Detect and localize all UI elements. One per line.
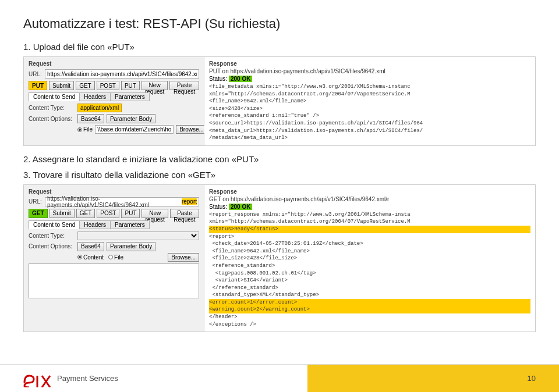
panel1-submit-btn[interactable]: Submit [49, 81, 74, 90]
panel2-content-type-select[interactable] [77, 231, 199, 240]
panel2-tab-parameters[interactable]: Parameters [110, 220, 150, 229]
panel1-status: Status: 200 OK [209, 76, 530, 82]
panel2-left: Request URL: https://validation.iso-paym… [24, 185, 204, 332]
panel2-response-url: GET on https://validation.iso-payments.c… [209, 196, 530, 202]
panel2-content-textarea[interactable] [29, 263, 199, 298]
panel2-url-text: https://validation.iso-payments.ch/api/v… [47, 195, 182, 208]
panel1-post-btn[interactable]: POST [97, 81, 119, 90]
panel1-left: Request URL: PUT Submit GET POST PUT New… [24, 57, 204, 145]
panel1-radio-file-dot[interactable] [77, 127, 82, 132]
section1-heading: 1. Upload del file con «PUT» [23, 42, 536, 52]
six-logo-svg [23, 370, 51, 387]
panel1-request-label: Request [29, 60, 199, 67]
panel1-response-url: PUT on https://validation.iso-payments.c… [209, 68, 530, 74]
panel2-content-options-label: Content Options: [29, 243, 75, 250]
panel1-right: Response PUT on https://validation.iso-p… [204, 57, 535, 145]
panel1-radio-file-label: File [77, 126, 93, 133]
panel1-content-type-value: application/xml [77, 104, 122, 112]
panel2-put-btn[interactable]: PUT [121, 209, 140, 218]
panel1-put-btn[interactable]: PUT [29, 81, 47, 90]
panel1-tab-content[interactable]: Content to Send [29, 92, 79, 101]
panel1-response-label: Response [209, 60, 530, 67]
status-ready-line: <status>Ready</status> [209, 226, 530, 233]
panel1: Request URL: PUT Submit GET POST PUT New… [23, 56, 536, 146]
footer-page: 10 [528, 374, 536, 383]
panel2: Request URL: https://validation.iso-paym… [23, 184, 536, 333]
panel2-status: Status: 200 OK [209, 204, 530, 210]
panel1-put2-btn[interactable]: PUT [121, 81, 140, 90]
panel2-get-btn[interactable]: GET [29, 209, 48, 218]
panel1-content-options-label: Content Options: [29, 116, 75, 122]
panel1-tab-parameters[interactable]: Parameters [110, 92, 150, 101]
panel1-browse-btn[interactable]: Browse... [176, 125, 207, 134]
panel2-tab-headers[interactable]: Headers [79, 220, 110, 229]
footer-logo [23, 370, 51, 387]
panel2-paste-request-btn[interactable]: Paste Request [170, 209, 199, 218]
panel2-response-xml: <report_response xmlns:i="http://www.w3.… [209, 211, 530, 329]
panel1-tab-headers[interactable]: Headers [79, 92, 110, 101]
panel1-response-xml: <file_metadata xmlns:i="http://www.w3.or… [209, 83, 530, 142]
footer-service: Payment Services [57, 374, 118, 383]
error-count-line: <error_count>1</error_count> [209, 299, 530, 307]
panel2-new-request-btn[interactable]: New request [141, 209, 168, 218]
section3-heading: 3. Trovare il risultato della validazion… [23, 170, 536, 180]
section2-heading: 2. Assegnare lo standard e iniziare la v… [23, 154, 536, 164]
footer: Payment Services 10 [0, 364, 559, 392]
panel2-radio-content-label: Content [77, 254, 104, 261]
panel1-base64-btn[interactable]: Base64 [77, 114, 104, 123]
page-title: Automatizzare i test: REST-API (Su richi… [23, 16, 536, 31]
panel2-radio-file-dot[interactable] [108, 255, 113, 259]
panel2-right: Response GET on https://validation.iso-p… [204, 185, 535, 332]
panel1-content-input[interactable] [95, 125, 174, 134]
panel2-radio-content-dot[interactable] [77, 255, 82, 259]
panel2-request-label: Request [29, 188, 199, 195]
panel2-url-label: URL: [29, 198, 43, 205]
panel2-radio-file-label: File [108, 254, 123, 261]
panel1-parameter-body-btn[interactable]: Parameter Body [107, 114, 155, 123]
panel2-parameter-body-btn[interactable]: Parameter Body [107, 242, 155, 251]
panel2-content-type-label: Content Type: [29, 233, 75, 239]
panel1-get-btn[interactable]: GET [76, 81, 95, 90]
panel2-submit-btn[interactable]: Submit [49, 209, 75, 218]
panel1-new-request-btn[interactable]: New request [141, 81, 168, 90]
panel2-browse-btn[interactable]: Browse... [168, 253, 199, 262]
panel2-url-highlight: report [182, 198, 197, 205]
panel2-tab-content[interactable]: Content to Send [29, 220, 79, 229]
panel2-status-badge: 200 OK [229, 204, 252, 210]
panel1-status-badge: 200 OK [229, 76, 252, 82]
panel2-get2-btn[interactable]: GET [76, 209, 95, 218]
panel1-url-label: URL: [29, 71, 43, 77]
panel1-content-type-label: Content Type: [29, 105, 75, 111]
panel2-response-label: Response [209, 188, 530, 195]
panel2-post-btn[interactable]: POST [97, 209, 119, 218]
panel2-base64-btn[interactable]: Base64 [77, 242, 104, 251]
panel1-url-input[interactable] [45, 69, 199, 79]
warning-count-line: <warning_count>2</warning_count> [209, 306, 530, 313]
panel1-paste-request-btn[interactable]: Paste Request [169, 81, 199, 90]
